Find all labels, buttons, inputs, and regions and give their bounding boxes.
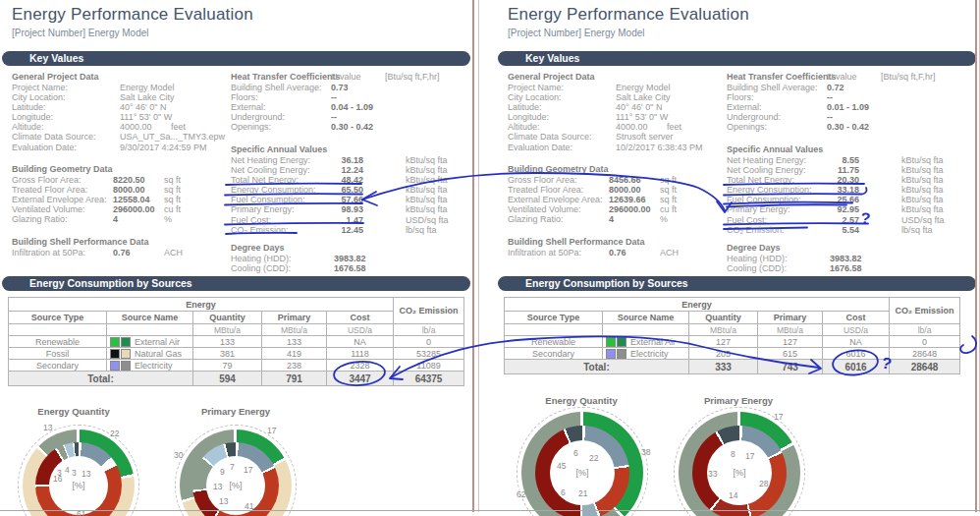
- total-primary: 743: [758, 360, 823, 374]
- source-name: External Air: [135, 337, 180, 347]
- donut-segment-label: 13: [43, 423, 52, 432]
- kv-unit: USD/sq fta: [406, 215, 449, 225]
- donut-segment-label: 3: [72, 468, 77, 478]
- kv-row: Glazing Ratio:4%: [12, 214, 226, 224]
- kv-unit: kBtu/sq fta: [406, 204, 448, 214]
- kv-value: 111° 53' 0" W: [616, 112, 668, 122]
- kv-unit: kBtu/sq fta: [901, 195, 944, 204]
- kv-row: External:0.01 - 1.09: [727, 102, 964, 112]
- column-header: Source Name: [603, 312, 689, 324]
- kv-label: Gross Floor Area:: [12, 175, 82, 185]
- kv-label: Net Cooling Energy:: [231, 165, 310, 175]
- building-shell-section: Building Shell Performance Data Infiltra…: [12, 237, 226, 258]
- table-row: RenewableExternal Air133133NA0: [9, 336, 464, 348]
- kv-value: --: [827, 92, 833, 102]
- kv-value: 4: [113, 214, 118, 224]
- kv-unit: kBtu/sq fta: [406, 185, 448, 195]
- kv-label: Floors:: [231, 92, 258, 102]
- kv-label: Fuel Consumption:: [231, 195, 305, 204]
- kv-label: Energy Consumption:: [727, 185, 812, 195]
- total-co2: 28648: [890, 360, 960, 374]
- degree-days-section: Degree Days Heating (HDD):3983.82Cooling…: [231, 243, 468, 273]
- kv-unit: sq ft: [660, 195, 677, 204]
- kv-label: Infiltration at 50Pa:: [508, 248, 581, 258]
- kv-unit: feet: [667, 122, 681, 132]
- source-type: Secondary: [505, 348, 603, 360]
- total-primary: 791: [262, 372, 327, 386]
- quantity-value: 127: [689, 336, 758, 348]
- kv-label: Evaluation Date:: [508, 143, 572, 152]
- kv-unit: feet: [171, 122, 186, 132]
- column-header: Quantity: [689, 312, 758, 324]
- source-color-swatch: [617, 337, 626, 347]
- kv-label: Floors:: [727, 92, 754, 102]
- column-header: Source Name: [107, 312, 193, 324]
- source-name: Electricity: [630, 349, 669, 359]
- kv-value: 0.73: [331, 83, 349, 92]
- kv-label: Underground:: [231, 112, 285, 122]
- kv-unit: kBtu/sq fta: [406, 155, 448, 165]
- table-row: SecondaryElectricity79238232811089: [9, 360, 464, 372]
- kv-unit: kBtu/sq fta: [901, 204, 944, 214]
- kv-value: 11.75: [825, 165, 859, 175]
- kv-label: Net Cooling Energy:: [727, 165, 806, 175]
- section-header: Building Geometry Data: [12, 164, 226, 175]
- source-color-swatch: [121, 337, 131, 347]
- section-header: Specific Annual Values: [727, 144, 964, 155]
- kv-label: Altitude:: [508, 122, 540, 132]
- kv-value: USA_UT_Sa..._TMY3.epw: [120, 132, 225, 142]
- kv-value: 0.30 - 0.42: [827, 122, 869, 132]
- kv-row: City Location:Salt Lake City: [12, 92, 226, 102]
- source-color-swatch: [110, 337, 120, 347]
- kv-row: Ventilated Volume:296000.00cu ft: [12, 204, 226, 214]
- co2-value: 11089: [394, 360, 464, 372]
- u-value-header: U value: [331, 72, 361, 83]
- chart-title-primary-energy: Primary Energy: [680, 395, 797, 406]
- page-subtitle: [Project Number] Energy Model: [12, 28, 149, 38]
- page-divider-line: [478, 0, 479, 512]
- donut-segment-label: 6: [573, 448, 578, 458]
- section-header: General Project Data: [508, 72, 722, 83]
- primary-value: 133: [262, 336, 327, 348]
- donut-center-label: [%]: [733, 468, 745, 478]
- table-group-energy: Energy: [9, 298, 394, 312]
- source-color-swatch: [121, 361, 131, 371]
- kv-label: Latitude:: [12, 102, 46, 112]
- donut-chart-primary-energy: [%]30174197171313: [180, 430, 292, 516]
- kv-label: Ventilated Volume:: [508, 204, 581, 214]
- energy-sources-table: EnergyCO₂ EmissionSource TypeSource Name…: [8, 297, 464, 386]
- specific-annual-values-section: Specific Annual Values Net Heating Energ…: [727, 144, 964, 235]
- energy-consumption-bar: Energy Consumption by Sources: [2, 276, 470, 291]
- cost-value: 2328: [327, 360, 394, 372]
- kv-label: Gross Floor Area:: [508, 175, 577, 185]
- kv-row: Building Shell Average:0.72: [727, 83, 964, 92]
- kv-value: 12.45: [329, 225, 363, 235]
- kv-unit: lb/sq fta: [406, 225, 437, 235]
- kv-value: 296000.00: [113, 204, 155, 214]
- donut-segment-label: 62: [517, 489, 525, 499]
- quantity-value: 133: [193, 336, 262, 348]
- kv-value: 20.30: [825, 175, 859, 185]
- primary-value: 127: [758, 336, 823, 348]
- kv-row: Longitude:111° 53' 0" W: [12, 112, 226, 122]
- donut-chart-energy-quantity: [%]1322166134313: [23, 430, 135, 516]
- donut-segment-label: 22: [110, 429, 119, 438]
- quantity-value: 205: [689, 348, 758, 360]
- kv-value: 2.57: [825, 215, 859, 225]
- kv-label: Total Net Energy:: [231, 175, 299, 185]
- source-color-swatch: [606, 349, 616, 359]
- kv-row: Heating (HDD):3983.82: [231, 254, 468, 263]
- kv-value: 8220.50: [113, 175, 145, 185]
- unit-label: MBtu/a: [689, 324, 758, 336]
- kv-row: Openings:0.30 - 0.42: [727, 122, 964, 132]
- kv-row: Floors:--: [231, 92, 468, 102]
- donut-segment-label: 33: [708, 469, 717, 479]
- kv-value: --: [331, 112, 337, 122]
- page-title: Energy Performance Evaluation: [508, 5, 749, 25]
- donut-segment-label: 7: [230, 462, 235, 472]
- kv-unit: kBtu/sq fta: [901, 155, 944, 165]
- kv-row: Net Heating Energy:36.18kBtu/sq fta: [231, 155, 468, 165]
- kv-label: Building Shell Average:: [231, 83, 321, 92]
- column-header: Primary: [262, 312, 327, 324]
- total-label: Total:: [9, 372, 193, 386]
